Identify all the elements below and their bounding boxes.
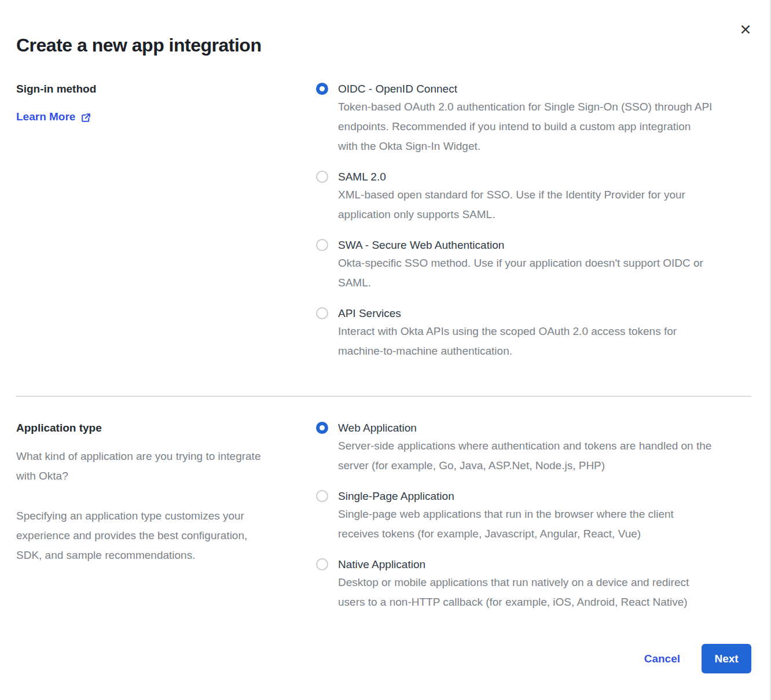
option-label: Native Application: [338, 557, 763, 573]
radio-unselected-icon[interactable]: [316, 490, 328, 502]
option-description: Desktop or mobile applications that run …: [338, 573, 763, 612]
option-label: SAML 2.0: [338, 169, 763, 185]
option-description: Server-side applications where authentic…: [338, 436, 763, 476]
option-label: Single-Page Application: [338, 488, 763, 504]
learn-more-label: Learn More: [16, 109, 75, 125]
section-divider: [16, 396, 751, 397]
signin-method-section: Sign-in method Learn More OIDC - OpenID …: [16, 81, 755, 374]
radio-selected-icon[interactable]: [316, 83, 328, 95]
option-label: OIDC - OpenID Connect: [338, 81, 763, 97]
close-icon[interactable]: ✕: [735, 21, 756, 39]
create-app-integration-dialog: ✕ Create a new app integration Sign-in m…: [0, 0, 771, 700]
next-button[interactable]: Next: [702, 644, 751, 673]
option-label: SWA - Secure Web Authentication: [338, 237, 763, 253]
option-description: Interact with Okta APIs using the scoped…: [338, 322, 763, 361]
radio-option-native-application[interactable]: Native Application Desktop or mobile app…: [316, 557, 755, 612]
radio-unselected-icon[interactable]: [316, 558, 328, 570]
learn-more-link[interactable]: Learn More: [16, 109, 91, 125]
application-type-explainer: Specifying an application type customize…: [16, 506, 316, 565]
radio-option-web-application[interactable]: Web Application Server-side applications…: [316, 420, 755, 476]
radio-unselected-icon[interactable]: [316, 239, 328, 251]
application-type-question: What kind of application are you trying …: [16, 447, 316, 486]
external-link-icon: [80, 111, 91, 123]
radio-unselected-icon[interactable]: [316, 307, 328, 319]
radio-unselected-icon[interactable]: [316, 171, 328, 183]
option-label: Web Application: [338, 420, 763, 436]
option-description: Single-page web applications that run in…: [338, 504, 763, 544]
application-type-section: Application type What kind of applicatio…: [16, 420, 755, 625]
option-description: XML-based open standard for SSO. Use if …: [338, 185, 763, 224]
radio-option-api-services[interactable]: API Services Interact with Okta APIs usi…: [316, 305, 755, 361]
radio-option-saml[interactable]: SAML 2.0 XML-based open standard for SSO…: [316, 169, 755, 224]
dialog-title: Create a new app integration: [16, 34, 261, 57]
cancel-button[interactable]: Cancel: [644, 653, 680, 665]
radio-option-swa[interactable]: SWA - Secure Web Authentication Okta-spe…: [316, 237, 755, 293]
dialog-footer: Cancel Next: [644, 644, 751, 673]
option-description: Okta-specific SSO method. Use if your ap…: [338, 253, 763, 293]
application-type-heading: Application type: [16, 420, 316, 436]
signin-method-heading: Sign-in method: [16, 81, 316, 97]
radio-option-oidc[interactable]: OIDC - OpenID Connect Token-based OAuth …: [316, 81, 755, 156]
option-description: Token-based OAuth 2.0 authentication for…: [338, 97, 763, 156]
radio-option-single-page-application[interactable]: Single-Page Application Single-page web …: [316, 488, 755, 544]
option-label: API Services: [338, 305, 763, 322]
radio-selected-icon[interactable]: [316, 422, 328, 434]
